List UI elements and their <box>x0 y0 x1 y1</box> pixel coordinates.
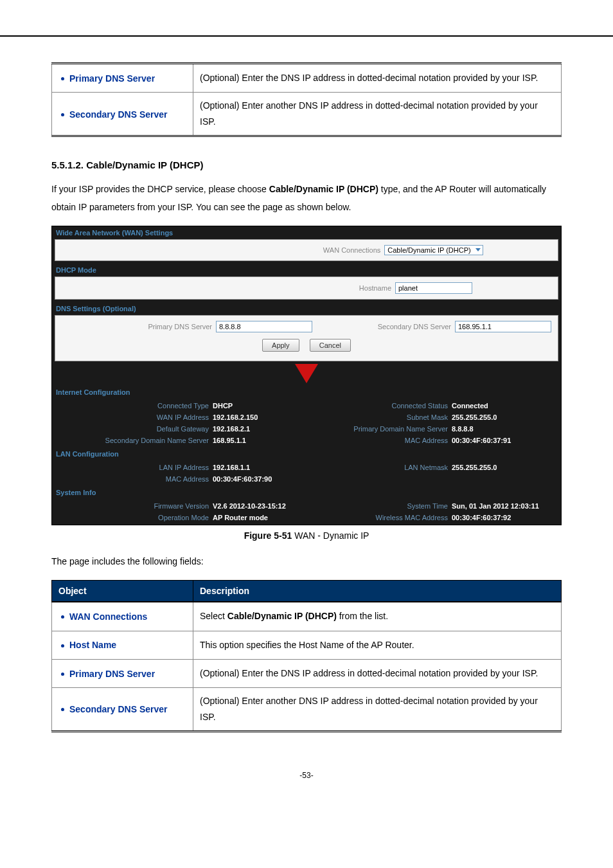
hostname-input[interactable]: planet <box>395 282 472 294</box>
fields-intro: The page includes the following fields: <box>51 552 562 570</box>
top-row-0-desc: (Optional) Enter the DNS IP address in d… <box>193 64 562 93</box>
grid-row: WAN IP Address192.168.2.150Subnet Mask25… <box>52 411 561 423</box>
grid-row: Connected TypeDHCPConnected StatusConnec… <box>52 400 561 411</box>
grid-value: 192.168.2.1 <box>213 425 322 433</box>
grid-value: 168.95.1.1 <box>213 437 322 444</box>
grid-value: 255.255.255.0 <box>452 464 561 471</box>
wan-connections-area: WAN Connections Cable/Dynamic IP (DHCP) <box>55 239 558 261</box>
figure-caption: Figure 5-51 WAN - Dynamic IP <box>51 530 562 541</box>
grid-label: MAC Address <box>52 475 213 483</box>
top-def-table: Primary DNS Server (Optional) Enter the … <box>51 62 562 137</box>
grid-label <box>322 475 452 483</box>
primary-dns-input[interactable]: 8.8.8.8 <box>216 321 312 332</box>
grid-label: Primary Domain Name Server <box>322 425 452 433</box>
grid-label: Subnet Mask <box>322 413 452 421</box>
dhcp-mode-header: DHCP Mode <box>52 264 561 276</box>
screenshot-title: Wide Area Network (WAN) Settings <box>52 226 561 239</box>
fields-row-label: Secondary DNS Server <box>52 687 193 731</box>
grid-label: LAN Netmask <box>322 464 452 471</box>
fields-row-desc: (Optional) Enter the DNS IP address in d… <box>193 659 562 687</box>
screenshot-wan-settings: Wide Area Network (WAN) Settings WAN Con… <box>51 226 562 525</box>
dns-area: Primary DNS Server 8.8.8.8 Secondary DNS… <box>55 315 558 361</box>
grid-label: WAN IP Address <box>52 413 213 421</box>
section-body: If your ISP provides the DHCP service, p… <box>51 180 562 216</box>
fields-table: Object Description WAN ConnectionsSelect… <box>51 580 562 732</box>
fields-row-label: Host Name <box>52 631 193 659</box>
internet-config-grid: Connected TypeDHCPConnected StatusConnec… <box>52 399 561 448</box>
grid-value: AP Router mode <box>213 514 322 521</box>
grid-value: Connected <box>452 402 561 410</box>
grid-label: Connected Type <box>52 402 213 410</box>
grid-label: Default Gateway <box>52 425 213 433</box>
fields-row-desc: Select Cable/Dynamic IP (DHCP) from the … <box>193 602 562 631</box>
grid-value: 00:30:4F:60:37:91 <box>452 437 561 444</box>
fields-row-desc: This option specifies the Host Name of t… <box>193 631 562 659</box>
grid-row: Firmware VersionV2.6 2012-10-23-15:12Sys… <box>52 500 561 512</box>
grid-value: 8.8.8.8 <box>452 425 561 433</box>
apply-button[interactable]: Apply <box>262 339 299 352</box>
secondary-dns-label: Secondary DNS Server <box>312 323 455 330</box>
grid-row: MAC Address00:30:4F:60:37:90 <box>52 473 561 485</box>
system-info-grid: Firmware VersionV2.6 2012-10-23-15:12Sys… <box>52 499 561 525</box>
grid-value: 192.168.2.150 <box>213 413 322 421</box>
cancel-button[interactable]: Cancel <box>310 339 351 352</box>
fields-row-label: Primary DNS Server <box>52 659 193 687</box>
grid-value: 255.255.255.0 <box>452 413 561 421</box>
system-info-header: System Info <box>52 486 561 499</box>
grid-label: MAC Address <box>322 437 452 444</box>
grid-label: Firmware Version <box>52 502 213 510</box>
grid-row: LAN IP Address192.168.1.1LAN Netmask255.… <box>52 462 561 473</box>
grid-row: Operation ModeAP Router modeWireless MAC… <box>52 512 561 523</box>
primary-dns-label: Primary DNS Server <box>55 323 216 330</box>
section-heading: 5.5.1.2. Cable/Dynamic IP (DHCP) <box>51 159 562 170</box>
hostname-area: Hostname planet <box>55 276 558 300</box>
internet-config-header: Internet Configuration <box>52 386 561 399</box>
top-row-1-label: Secondary DNS Server <box>52 93 193 136</box>
fields-header-description: Description <box>193 581 562 602</box>
fields-row-desc: (Optional) Enter another DNS IP address … <box>193 687 562 731</box>
secondary-dns-input[interactable]: 168.95.1.1 <box>455 321 551 332</box>
wan-connections-label: WAN Connections <box>130 246 380 254</box>
fields-row-label: WAN Connections <box>52 602 193 631</box>
grid-row: Default Gateway192.168.2.1Primary Domain… <box>52 423 561 435</box>
grid-label: Secondary Domain Name Server <box>52 437 213 444</box>
grid-value: Sun, 01 Jan 2012 12:03:11 <box>452 502 561 510</box>
dns-settings-header: DNS Settings (Optional) <box>52 302 561 315</box>
arrow-down-icon <box>295 364 318 383</box>
grid-value <box>452 475 561 483</box>
grid-value: DHCP <box>213 402 322 410</box>
hostname-label: Hostname <box>141 284 391 292</box>
grid-value: 192.168.1.1 <box>213 464 322 471</box>
lan-config-header: LAN Configuration <box>52 448 561 460</box>
grid-label: System Time <box>322 502 452 510</box>
grid-value: 00:30:4F:60:37:92 <box>452 514 561 521</box>
top-row-0-label: Primary DNS Server <box>52 64 193 93</box>
fields-header-object: Object <box>52 581 193 602</box>
grid-label: LAN IP Address <box>52 464 213 471</box>
grid-value: V2.6 2012-10-23-15:12 <box>213 502 322 510</box>
grid-label: Operation Mode <box>52 514 213 521</box>
grid-row: Secondary Domain Name Server168.95.1.1MA… <box>52 435 561 446</box>
grid-label: Connected Status <box>322 402 452 410</box>
grid-value: 00:30:4F:60:37:90 <box>213 475 322 483</box>
wan-connections-select[interactable]: Cable/Dynamic IP (DHCP) <box>384 245 483 255</box>
grid-label: Wireless MAC Address <box>322 514 452 521</box>
page-number: -53- <box>51 771 562 780</box>
lan-config-grid: LAN IP Address192.168.1.1LAN Netmask255.… <box>52 460 561 486</box>
top-row-1-desc: (Optional) Enter another DNS IP address … <box>193 93 562 136</box>
